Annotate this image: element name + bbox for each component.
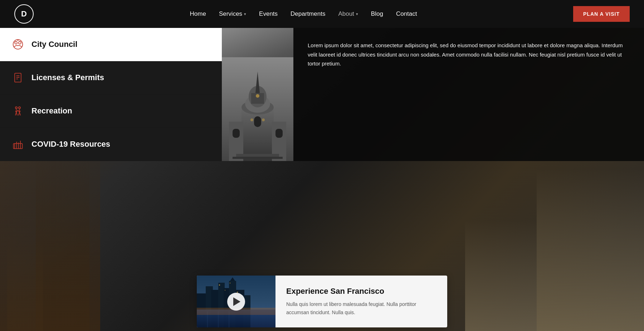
nav-item-about[interactable]: About ▾ — [338, 10, 358, 18]
video-info: Experience San Francisco Nulla quis lore… — [275, 278, 447, 325]
nav-item-blog[interactable]: Blog — [371, 10, 383, 18]
nav-item-services[interactable]: Services ▾ — [219, 10, 246, 18]
dropdown-menu: City Council Licenses & Permits — [0, 28, 644, 161]
logo-letter: D — [21, 9, 27, 19]
covid-icon — [11, 138, 24, 151]
svg-point-7 — [15, 107, 17, 108]
svg-point-34 — [256, 94, 259, 98]
svg-rect-52 — [219, 284, 220, 286]
video-card: Experience San Francisco Nulla quis lore… — [197, 276, 447, 327]
svg-point-0 — [13, 40, 23, 49]
licenses-icon — [11, 71, 24, 84]
svg-rect-29 — [254, 116, 261, 127]
video-title: Experience San Francisco — [286, 287, 436, 296]
dropdown-item-covid[interactable]: COVID-19 Resources — [0, 128, 222, 161]
nav-item-departments[interactable]: Departments — [291, 10, 325, 18]
dropdown-image — [222, 28, 293, 161]
dropdown-item-licenses[interactable]: Licenses & Permits — [0, 61, 222, 94]
svg-rect-21 — [241, 107, 274, 161]
svg-point-35 — [250, 118, 253, 121]
nav-link-contact[interactable]: Contact — [396, 10, 417, 18]
dropdown-image-inner — [222, 28, 293, 161]
svg-rect-32 — [236, 154, 279, 157]
video-thumbnail — [197, 276, 275, 327]
dropdown-item-city-council[interactable]: City Council — [0, 28, 222, 61]
licenses-svg — [12, 72, 24, 83]
dropdown-text-panel: Lorem ipsum dolor sit amet, consectetur … — [293, 28, 644, 161]
nav-link-services[interactable]: Services ▾ — [219, 10, 246, 18]
nav-item-contact[interactable]: Contact — [396, 10, 417, 18]
nav-link-departments[interactable]: Departments — [291, 10, 325, 18]
nav-links: Home Services ▾ Events Departments About… — [190, 10, 417, 18]
svg-line-12 — [16, 112, 18, 116]
covid-label: COVID-19 Resources — [31, 140, 110, 149]
svg-rect-53 — [230, 283, 230, 283]
svg-rect-31 — [275, 129, 283, 138]
svg-rect-33 — [233, 157, 283, 159]
recreation-icon — [11, 104, 24, 117]
recreation-label: Recreation — [31, 106, 72, 116]
nav-item-home[interactable]: Home — [190, 10, 206, 18]
play-triangle-icon — [233, 297, 240, 306]
svg-rect-30 — [233, 129, 240, 138]
city-council-icon — [11, 38, 24, 51]
dropdown-description: Lorem ipsum dolor sit amet, consectetur … — [308, 41, 630, 68]
svg-point-1 — [15, 42, 17, 44]
nav-link-about-label: About — [338, 10, 354, 18]
site-logo[interactable]: D — [14, 4, 34, 24]
covid-svg — [12, 138, 24, 150]
svg-line-14 — [19, 112, 20, 116]
navbar: D Home Services ▾ Events Departments Abo… — [0, 0, 644, 28]
svg-rect-55 — [225, 290, 225, 291]
svg-point-2 — [19, 42, 21, 44]
nav-link-events[interactable]: Events — [259, 10, 278, 18]
recreation-svg — [12, 105, 24, 117]
cathedral-illustration — [222, 57, 293, 161]
svg-point-36 — [262, 118, 265, 121]
dropdown-right-panel: Lorem ipsum dolor sit amet, consectetur … — [222, 28, 644, 161]
dropdown-item-recreation[interactable]: Recreation — [0, 94, 222, 128]
nav-item-events[interactable]: Events — [259, 10, 278, 18]
nav-link-home[interactable]: Home — [190, 10, 206, 18]
video-play-button[interactable] — [227, 293, 245, 311]
nav-link-services-label: Services — [219, 10, 242, 18]
dropdown-left-panel: City Council Licenses & Permits — [0, 28, 222, 161]
plan-visit-button[interactable]: PLAN A VISIT — [573, 6, 630, 22]
nav-link-about[interactable]: About ▾ — [338, 10, 358, 18]
svg-point-8 — [19, 107, 20, 108]
nav-link-blog[interactable]: Blog — [371, 10, 383, 18]
licenses-label: Licenses & Permits — [31, 73, 104, 82]
services-chevron-icon: ▾ — [244, 12, 246, 16]
city-council-svg — [12, 39, 24, 50]
about-chevron-icon: ▾ — [356, 12, 358, 16]
video-description: Nulla quis lorem ut libero malesuada feu… — [286, 300, 436, 316]
city-council-label: City Council — [31, 40, 77, 49]
